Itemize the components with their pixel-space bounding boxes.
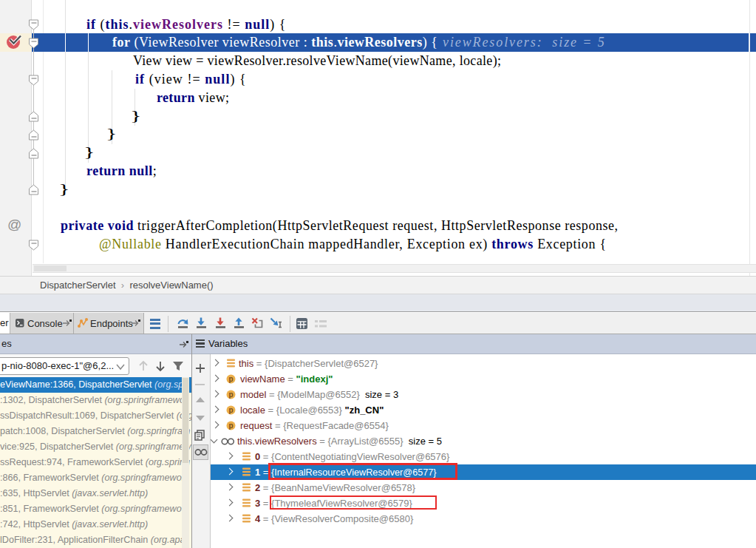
svg-text:p: p [228, 375, 233, 383]
svg-text:p: p [228, 390, 233, 399]
svg-text:p: p [228, 422, 233, 430]
svg-text:p: p [228, 406, 233, 414]
